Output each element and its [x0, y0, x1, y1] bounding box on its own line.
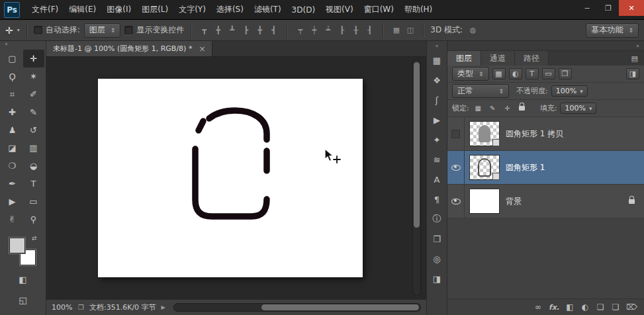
tool-hand-icon[interactable]: ✌ [2, 210, 23, 228]
tool-preset-arrow-icon[interactable]: ▾ [17, 27, 20, 33]
tool-crop-icon[interactable]: ⌗ [2, 85, 23, 103]
distribute-horizontal-centers-icon[interactable]: ╂ [349, 24, 362, 36]
align-right-edges-icon[interactable]: ┫ [267, 24, 280, 36]
panel-icon-actions[interactable]: ▶ [429, 112, 445, 127]
opacity-input[interactable]: 100% ▾ [551, 85, 588, 97]
menu-type[interactable]: 文字(Y) [173, 0, 211, 19]
layer-thumbnail[interactable] [469, 121, 500, 146]
panel-icon-clone-source[interactable]: ❐ [429, 232, 445, 246]
tab-paths[interactable]: 路径 [515, 51, 549, 66]
new-layer-icon[interactable]: ❑ [611, 302, 620, 312]
menu-layer[interactable]: 图层(L) [136, 0, 173, 19]
align-left-edges-icon[interactable]: ┣ [240, 24, 252, 36]
auto-align-layers-icon[interactable]: ▦ [390, 24, 402, 36]
filter-adjustment-layers-icon[interactable]: ◐ [509, 68, 522, 79]
tool-history-brush-icon[interactable]: ↺ [23, 121, 44, 139]
visibility-toggle[interactable] [447, 117, 465, 150]
filter-pixel-layers-icon[interactable]: ▦ [492, 68, 506, 79]
visibility-toggle[interactable] [447, 151, 465, 184]
tool-eraser-icon[interactable]: ◪ [2, 139, 23, 157]
distribute-vertical-centers-icon[interactable]: ┿ [308, 24, 320, 36]
menu-edit[interactable]: 编辑(E) [64, 0, 101, 19]
menu-image[interactable]: 图像(I) [101, 0, 136, 19]
tool-dodge-icon[interactable]: ◒ [23, 157, 44, 175]
tool-shape-icon[interactable]: ▭ [23, 193, 44, 210]
distribute-left-edges-icon[interactable]: ┠ [336, 24, 348, 36]
add-layer-mask-icon[interactable]: ◧ [565, 302, 575, 312]
panel-collapse-strip[interactable]: » [447, 41, 644, 51]
workspace-dropdown[interactable]: 基本功能 ⇕ [586, 23, 639, 38]
menu-view[interactable]: 视图(V) [320, 0, 359, 19]
distribute-bottom-edges-icon[interactable]: ┷ [322, 24, 334, 36]
new-adjustment-layer-icon[interactable]: ◐ [580, 302, 590, 312]
tool-brush-icon[interactable]: ✎ [23, 103, 44, 121]
filter-shape-layers-icon[interactable]: ▭ [542, 68, 555, 79]
tool-lasso-icon[interactable]: Ϙ [2, 68, 23, 85]
panel-icon-navigator[interactable]: ◎ [429, 251, 445, 266]
link-layers-icon[interactable]: ∞ [533, 302, 543, 312]
auto-blend-layers-icon[interactable]: ◫ [404, 24, 416, 36]
layer-name[interactable]: 圆角矩形 1 [506, 162, 545, 173]
document-tab[interactable]: 未标题-1 @ 100% (圆角矩形 1, RGB/8) * × [46, 41, 212, 56]
tab-channels[interactable]: 通道 [481, 51, 515, 66]
foreground-color-swatch[interactable] [9, 238, 25, 253]
layer-row-rounded-rect[interactable]: 圆角矩形 1 [447, 151, 644, 185]
menu-select[interactable]: 选择(S) [211, 0, 249, 19]
panel-icon-character[interactable]: A [429, 172, 445, 187]
horizontal-scrollbar-thumb[interactable] [261, 304, 419, 310]
quick-mask-icon[interactable]: ◧ [19, 271, 26, 289]
auto-select-target-dropdown[interactable]: 图层 ⇕ [84, 23, 121, 38]
panel-icon-styles[interactable]: ✦ [429, 132, 445, 147]
lock-image-pixels-icon[interactable]: ✎ [487, 103, 498, 114]
vertical-scrollbar-thumb[interactable] [414, 62, 420, 228]
layer-thumbnail[interactable] [469, 155, 500, 180]
layer-name[interactable]: 背景 [506, 196, 522, 207]
layer-thumbnail[interactable] [469, 189, 500, 214]
zoom-level[interactable]: 100% [52, 303, 73, 312]
tool-zoom-icon[interactable]: ⚲ [23, 210, 44, 228]
menu-file[interactable]: 文件(F) [26, 0, 64, 19]
delete-layer-icon[interactable]: ⌦ [626, 302, 637, 312]
3d-orbit-icon[interactable]: ◍ [467, 24, 479, 36]
panel-strip-collapse-icon[interactable]: « [436, 43, 439, 49]
panel-expand-icon[interactable]: » [636, 43, 639, 49]
layer-row-rounded-rect-copy[interactable]: 圆角矩形 1 拷贝 [447, 117, 644, 151]
distribute-right-edges-icon[interactable]: ┨ [363, 24, 376, 36]
filter-type-dropdown[interactable]: 类型 ⇕ [452, 67, 489, 81]
panel-icon-info[interactable]: ⓘ [429, 212, 445, 226]
fill-input[interactable]: 100% ▾ [560, 103, 596, 114]
panel-icon-adjustments[interactable]: ʃ [429, 93, 445, 107]
tool-path-selection-icon[interactable]: ▶ [2, 193, 23, 210]
show-transform-checkbox[interactable] [124, 26, 133, 34]
maximize-button[interactable]: ❐ [598, 0, 619, 16]
align-vertical-centers-icon[interactable]: ╋ [212, 24, 224, 36]
lock-all-icon[interactable] [516, 103, 528, 114]
auto-select-checkbox[interactable] [34, 26, 42, 34]
swap-colors-icon[interactable]: ⇄ [32, 235, 37, 242]
tool-rect-marquee-icon[interactable]: ▢ [2, 50, 23, 68]
tool-move-icon[interactable]: ✛ [23, 50, 44, 68]
panel-icon-brush[interactable]: ≋ [429, 152, 445, 167]
tool-gradient-icon[interactable]: ▥ [23, 139, 44, 157]
tab-layers[interactable]: 图层 [447, 51, 481, 66]
layer-row-background[interactable]: 背景 [447, 185, 644, 218]
menu-window[interactable]: 窗口(W) [359, 0, 399, 19]
panel-icon-histogram[interactable]: ▦ [429, 53, 445, 68]
tool-eyedropper-icon[interactable]: ✐ [23, 85, 44, 103]
align-horizontal-centers-icon[interactable]: ╋ [253, 24, 266, 36]
horizontal-scrollbar[interactable] [173, 303, 421, 312]
filter-smart-object-icon[interactable]: ❐ [559, 68, 572, 79]
tool-healing-brush-icon[interactable]: ✚ [2, 103, 23, 121]
panel-icon-properties[interactable]: ◨ [429, 271, 445, 286]
align-top-edges-icon[interactable]: ┳ [198, 24, 210, 36]
align-bottom-edges-icon[interactable]: ┻ [226, 24, 238, 36]
lock-position-icon[interactable]: ✛ [502, 103, 513, 114]
menu-help[interactable]: 帮助(H) [399, 0, 437, 19]
panel-icon-paragraph[interactable]: ¶ [429, 192, 445, 206]
menu-3d[interactable]: 3D(D) [287, 0, 320, 19]
panel-icon-color[interactable]: ❖ [429, 73, 445, 87]
panel-menu-icon[interactable]: ▤ [625, 51, 644, 66]
status-menu-arrow-icon[interactable]: ▶ [161, 304, 165, 310]
new-group-icon[interactable]: ❏ [596, 302, 605, 312]
vertical-scrollbar[interactable] [412, 59, 421, 296]
